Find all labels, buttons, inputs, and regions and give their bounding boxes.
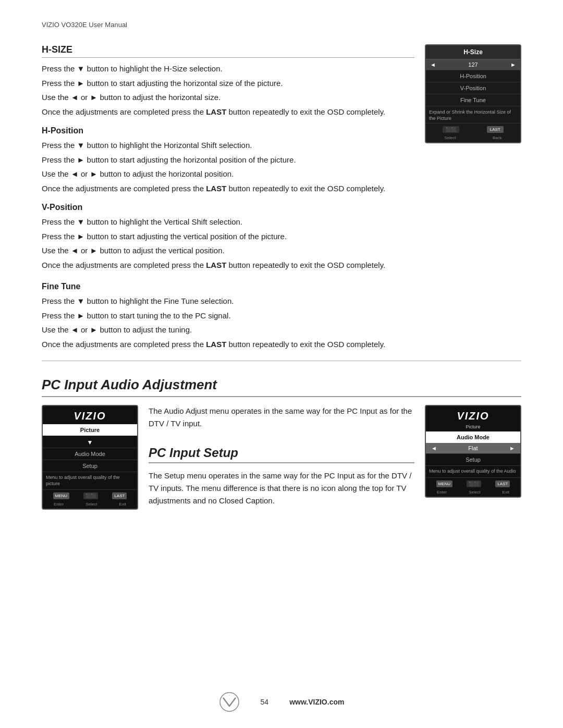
pc-audio-right-btn-labels: Enter Select Exit: [426, 490, 520, 497]
pc-audio-right-desc: Menu to adjust overall quality of the Au…: [426, 465, 520, 477]
vposition-title: V-Position: [42, 203, 414, 212]
pc-audio-left-active: Picture: [43, 424, 137, 436]
pc-audio-right-osd: VIZIO Picture Audio Mode ◄ Flat ► Setup …: [425, 405, 521, 510]
pc-setup-description: The Setup menu operates in the same way …: [149, 470, 414, 507]
footer-url: www.VIZIO.com: [289, 698, 344, 706]
pc-audio-right-select-btn: ⬛⬛: [467, 480, 481, 487]
pc-audio-right-setup: Setup: [426, 453, 520, 465]
osd-back-btn: LAST: [487, 126, 504, 133]
vposition-p3: Use the ◄ or ► button to adjust the vert…: [42, 245, 414, 257]
finetune-title: Fine Tune: [42, 282, 521, 291]
hsize-p1: Press the ▼ button to highlight the H-Si…: [42, 63, 414, 75]
vizio-subtitle-right: Picture: [426, 424, 520, 431]
finetune-p4: Once the adjustments are completed press…: [42, 339, 521, 351]
hsize-osd-container: H-Size ◄ 127 ► H-Position V-Position Fin…: [425, 44, 521, 274]
pc-audio-right-screen: VIZIO Picture Audio Mode ◄ Flat ► Setup …: [425, 405, 521, 498]
pc-audio-right-active: Audio Mode: [426, 431, 520, 443]
osd-active-value: ◄ 127 ►: [426, 59, 520, 70]
finetune-p1: Press the ▼ button to highlight the Fine…: [42, 295, 521, 307]
pc-audio-left-screen: VIZIO Picture ▼ Audio Mode Setup Menu to…: [42, 405, 138, 510]
pc-audio-description: The Audio Adjust menu operates in the sa…: [149, 405, 414, 430]
vposition-p4: Once the adjustments are completed press…: [42, 260, 414, 272]
pc-audio-left-osd: VIZIO Picture ▼ Audio Mode Setup Menu to…: [42, 405, 138, 510]
finetune-section: Fine Tune Press the ▼ button to highligh…: [42, 282, 521, 350]
pc-audio-left-arrow: ▼: [43, 436, 137, 448]
pc-audio-left-last-btn: LAST: [112, 492, 127, 499]
vizio-footer-logo: [219, 692, 240, 712]
osd-row-finetune: Fine Tune: [426, 94, 520, 106]
svg-point-0: [220, 693, 239, 711]
hposition-title: H-Position: [42, 126, 414, 135]
hposition-p1: Press the ▼ button to highlight the Hori…: [42, 140, 414, 152]
pc-audio-body: The Audio Adjust menu operates in the sa…: [149, 405, 414, 510]
osd-row-vposition: V-Position: [426, 82, 520, 94]
osd-btn-labels: Select Back: [426, 135, 520, 142]
pc-audio-left-select-btn: ⬛⬛: [83, 492, 98, 499]
vposition-p1: Press the ▼ button to highlight the Vert…: [42, 216, 414, 228]
pc-audio-left-setup: Setup: [43, 460, 137, 472]
hposition-p3: Use the ◄ or ► button to adjust the hori…: [42, 168, 414, 180]
manual-title: VIZIO VO320E User Manual: [42, 21, 521, 29]
vposition-p2: Press the ► button to start adjusting th…: [42, 231, 414, 243]
pc-audio-right-btns: MENU ⬛⬛ LAST: [426, 477, 520, 490]
finetune-p3: Use the ◄ or ► button to adjust the tuni…: [42, 324, 521, 336]
vizio-logo-left: VIZIO: [43, 406, 137, 424]
pc-audio-section: PC Input Audio Adjustment VIZIO Picture …: [42, 377, 521, 510]
hposition-p4: Once the adjustments are completed press…: [42, 183, 414, 195]
pc-audio-left-btns: MENU ⬛⬛ LAST: [43, 489, 137, 502]
pc-audio-left-audiomode: Audio Mode: [43, 448, 137, 460]
pc-audio-left-menu-btn: MENU: [53, 492, 70, 499]
page-number: 54: [261, 698, 269, 706]
pc-audio-right-last-btn: LAST: [495, 480, 510, 487]
pc-setup-title: PC Input Setup: [149, 446, 414, 463]
hsize-osd-screen: H-Size ◄ 127 ► H-Position V-Position Fin…: [425, 44, 521, 143]
page-footer: 54 www.VIZIO.com: [0, 692, 563, 712]
osd-row-hposition: H-Position: [426, 70, 520, 82]
osd-description: Expand or Shrink the Horizontal Size of …: [426, 106, 520, 123]
hsize-p3: Use the ◄ or ► button to adjust the hori…: [42, 92, 414, 104]
hposition-p2: Press the ► button to start adjusting th…: [42, 154, 414, 166]
osd-buttons: ⬛⬛ LAST: [426, 123, 520, 135]
osd-title: H-Size: [426, 45, 520, 59]
vizio-logo-right: VIZIO: [426, 406, 520, 424]
pc-audio-title: PC Input Audio Adjustment: [42, 377, 521, 397]
pc-audio-left-btn-labels: Enter Select Exit: [43, 502, 137, 509]
page-header: VIZIO VO320E User Manual: [42, 21, 521, 29]
hsize-p4: Once the adjustments are completed press…: [42, 106, 414, 118]
pc-audio-left-desc: Menu to adjust overall quality of the pi…: [43, 472, 137, 489]
hsize-p2: Press the ► button to start adjusting th…: [42, 78, 414, 90]
osd-select-icon: ⬛⬛: [443, 126, 459, 133]
pc-audio-right-sub-active: ◄ Flat ►: [426, 443, 520, 453]
hsize-title: H-SIZE: [42, 44, 414, 58]
finetune-p2: Press the ► button to start tuning the t…: [42, 310, 521, 322]
pc-audio-right-menu-btn: MENU: [436, 480, 453, 487]
hsize-section: H-SIZE Press the ▼ button to highlight t…: [42, 44, 414, 274]
pc-audio-content: VIZIO Picture ▼ Audio Mode Setup Menu to…: [42, 405, 521, 510]
